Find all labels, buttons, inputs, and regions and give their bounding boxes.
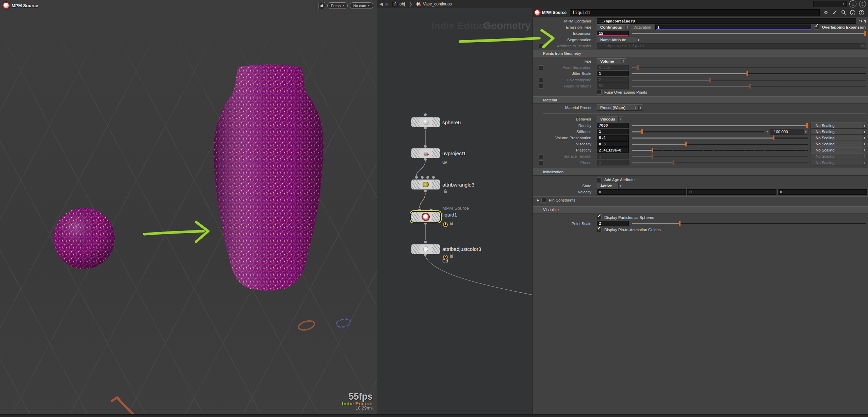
- param-volume-preservation: Volume Preservation 0.4 No Scaling ▲▼: [533, 135, 868, 141]
- persp-view-menu[interactable]: Persp ▼: [327, 2, 348, 9]
- plasticity-field[interactable]: 2.41329e-0: [597, 147, 629, 153]
- display-guides-checkbox[interactable]: ✓: [597, 227, 602, 232]
- node-attribwrangle3[interactable]: [411, 179, 440, 190]
- spinner-icon[interactable]: ▲▼: [618, 116, 623, 122]
- viscosity-field[interactable]: 0.3: [597, 141, 629, 147]
- search-icon[interactable]: [841, 10, 847, 15]
- nav-back-icon[interactable]: ◀: [379, 2, 383, 6]
- spinner-icon[interactable]: ▲▼: [621, 59, 626, 64]
- breadcrumb-current[interactable]: Vase_continuos: [413, 0, 455, 8]
- type-dropdown[interactable]: Volume ▲▼: [597, 58, 626, 64]
- emission-type-dropdown[interactable]: Continuous ▲▼: [597, 24, 630, 30]
- nav-forward-icon[interactable]: ▶: [386, 2, 389, 6]
- node-liquid1-selected[interactable]: [411, 212, 440, 222]
- relax-iterations-field[interactable]: 50: [597, 83, 629, 89]
- spinner-icon[interactable]: ▲▼: [862, 135, 867, 141]
- viewport-3d[interactable]: MPM Source Persp ▼ No cam ▼ 55fps Indie …: [0, 0, 377, 415]
- jitter-scale-field[interactable]: 1: [597, 71, 629, 76]
- camera-lock-button[interactable]: [318, 2, 325, 9]
- plasticity-scaling-dropdown[interactable]: No Scaling ▲▼: [810, 147, 867, 153]
- param-plasticity: Plasticity 2.41329e-0 No Scaling ▲▼: [533, 147, 868, 153]
- display-particles-checkbox[interactable]: ✓: [597, 215, 602, 220]
- surface-tension-slider[interactable]: [632, 154, 808, 159]
- stiffness-slider[interactable]: [632, 129, 764, 134]
- fuse-overlapping-checkbox[interactable]: [597, 90, 602, 95]
- node-name-field[interactable]: liquid1: [570, 9, 820, 16]
- material-preset-dropdown[interactable]: Preset (Water) ↓ ▲▼: [597, 105, 643, 111]
- stiffness-scaling-dropdown[interactable]: No Scaling ▲▼: [810, 129, 867, 135]
- surface-tension-field[interactable]: 1: [597, 154, 629, 159]
- spinner-icon[interactable]: ▲▼: [862, 129, 867, 134]
- camera-menu[interactable]: No cam ▼: [350, 2, 373, 9]
- plasticity-slider[interactable]: [632, 147, 808, 153]
- viscosity-scaling-dropdown[interactable]: No Scaling ▲▼: [810, 141, 867, 147]
- radial-menu-icon[interactable]: [859, 1, 866, 7]
- gear-icon[interactable]: ⚙: [823, 10, 829, 15]
- oversampling-slider[interactable]: [632, 77, 866, 83]
- oversampling-field[interactable]: 2: [597, 77, 629, 83]
- info-icon[interactable]: i: [850, 10, 855, 15]
- stiffness-multiplier-field[interactable]: 100 000 ▲▼: [770, 129, 808, 135]
- jitter-scale-slider[interactable]: [632, 71, 866, 76]
- phase-field[interactable]: 1: [597, 160, 629, 165]
- spinner-icon[interactable]: ▲▼: [618, 183, 623, 189]
- expansion-field[interactable]: 15: [597, 31, 629, 36]
- spinner-icon[interactable]: ▲▼: [862, 123, 867, 128]
- topbar-dropdown[interactable]: ▼: [813, 1, 847, 7]
- state-dropdown[interactable]: Active ▲▼: [597, 183, 623, 189]
- spinner-icon[interactable]: ▲▼: [636, 37, 641, 43]
- attribute-transfer-field[interactable]: * ^shop_materialpath ▼: [597, 43, 866, 49]
- surface-tension-scaling-dropdown[interactable]: No Scaling ▲▼: [810, 153, 867, 159]
- stiffness-field[interactable]: 1: [597, 129, 629, 134]
- overlapping-expansion-checkbox[interactable]: ✓: [815, 25, 819, 30]
- section-visualize[interactable]: Visualize: [533, 206, 868, 213]
- help-icon[interactable]: ?: [858, 10, 864, 15]
- section-material[interactable]: Material: [533, 96, 868, 103]
- param-label: Surface Tension: [533, 154, 597, 158]
- spinner-icon[interactable]: ▲▼: [862, 147, 867, 153]
- behavior-dropdown[interactable]: Viscous ▲▼: [597, 116, 623, 122]
- volume-preservation-field[interactable]: 0.4: [597, 135, 629, 141]
- node-attribadjustcolor3[interactable]: [411, 244, 440, 254]
- jump-to-operator-icon[interactable]: ↷: [859, 19, 863, 24]
- node-sphere6[interactable]: [411, 117, 440, 127]
- point-separation-field[interactable]: 0.025: [597, 65, 629, 70]
- velocity-x-field[interactable]: 0: [597, 189, 686, 195]
- velocity-z-field[interactable]: 0: [778, 189, 867, 195]
- spinner-icon[interactable]: ▲▼: [638, 105, 643, 110]
- select-operator-icon[interactable]: [864, 19, 867, 23]
- spinner-icon[interactable]: ▲▼: [862, 141, 867, 147]
- point-scale-slider[interactable]: [632, 221, 866, 226]
- density-slider[interactable]: [632, 123, 808, 128]
- volume-preservation-slider[interactable]: [632, 135, 808, 141]
- menu-arrow-icon[interactable]: ▼: [859, 44, 866, 48]
- point-scale-field[interactable]: 2: [597, 221, 629, 226]
- phase-slider[interactable]: [632, 160, 808, 165]
- velocity-y-field[interactable]: 0: [687, 189, 776, 195]
- frame-badge[interactable]: 1: [849, 0, 856, 7]
- relax-iterations-slider[interactable]: [632, 83, 866, 89]
- spinner-icon[interactable]: ▲▼: [862, 154, 867, 159]
- node-uvproject1[interactable]: [411, 148, 440, 158]
- edit-interface-icon[interactable]: [832, 10, 838, 15]
- spinner-icon[interactable]: ▲▼: [803, 129, 808, 134]
- spinner-icon[interactable]: ▲▼: [862, 160, 867, 165]
- disclosure-triangle-icon[interactable]: ▶: [537, 198, 539, 202]
- segmentation-dropdown[interactable]: Name Attribute ▲▼: [597, 37, 641, 43]
- section-initialization[interactable]: Initialization: [533, 169, 868, 176]
- density-scaling-dropdown[interactable]: No Scaling ▲▼: [810, 123, 867, 129]
- param-material-preset: Material Preset Preset (Water) ↓ ▲▼: [533, 105, 868, 111]
- phase-scaling-dropdown[interactable]: No Scaling ▲▼: [810, 160, 867, 166]
- point-separation-slider[interactable]: [632, 65, 866, 70]
- section-points-from-geometry[interactable]: Points from Geometry: [533, 50, 868, 57]
- density-field[interactable]: 7000: [597, 123, 629, 128]
- expansion-slider[interactable]: [632, 31, 866, 36]
- activation-field[interactable]: 1: [655, 25, 811, 30]
- add-age-checkbox[interactable]: [597, 177, 602, 182]
- spinner-icon[interactable]: ▲▼: [625, 25, 630, 30]
- breadcrumb-obj[interactable]: obj: [389, 0, 408, 8]
- volume-preservation-scaling-dropdown[interactable]: No Scaling ▲▼: [810, 135, 867, 141]
- viscosity-slider[interactable]: [632, 141, 808, 147]
- pin-constraints-checkbox[interactable]: [541, 198, 546, 203]
- network-editor[interactable]: Indie Edition Geometry sphere6 uvproject…: [377, 8, 533, 415]
